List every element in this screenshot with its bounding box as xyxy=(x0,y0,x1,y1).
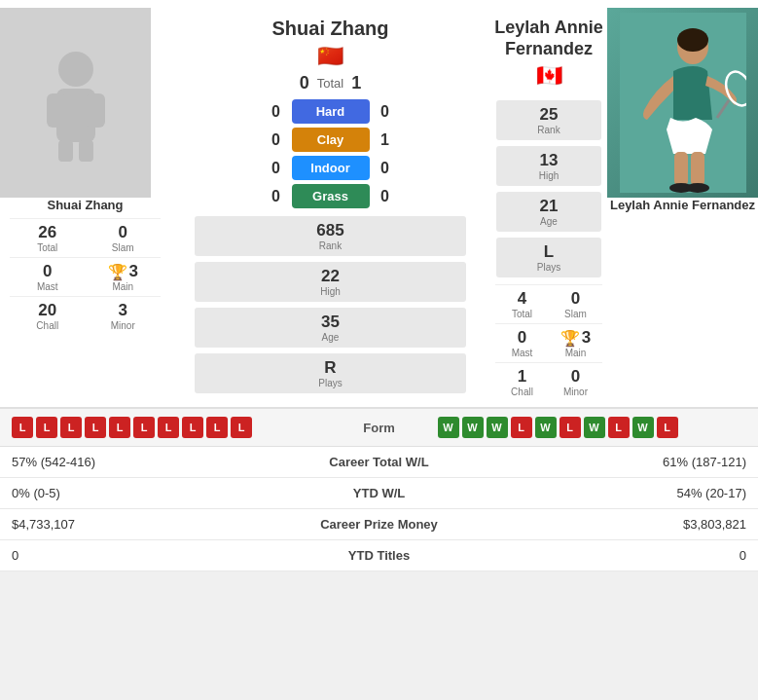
total-score-row: 0 Total 1 xyxy=(300,73,362,93)
player1-stats-grid: 26 Total 0 Slam 0 Mast 🏆 3 Main xyxy=(10,218,161,335)
grass-button[interactable]: Grass xyxy=(292,184,370,208)
p2-form-badge-3: W xyxy=(487,417,508,438)
indoor-row: 0 Indoor 0 xyxy=(170,156,490,180)
main-container: Shuai Zhang 26 Total 0 Slam 0 Mast 🏆 xyxy=(0,0,758,571)
hard-score-p1: 0 xyxy=(267,103,286,121)
player1-minor-label: Minor xyxy=(88,320,160,331)
player1-name-top: Shuai Zhang xyxy=(272,18,389,40)
player1-plays-label: Plays xyxy=(204,378,457,388)
player1-mast-cell: 0 Mast xyxy=(10,257,86,296)
svg-rect-11 xyxy=(674,152,688,186)
player1-flag-row: 🇨🇳 xyxy=(317,44,343,69)
player1-name: Shuai Zhang xyxy=(0,198,170,212)
player1-plays-value: R xyxy=(204,358,457,378)
player2-main-trophy-cell: 🏆 3 Main xyxy=(549,323,602,362)
clay-button[interactable]: Clay xyxy=(292,128,370,152)
hard-button[interactable]: Hard xyxy=(292,99,370,124)
player2-age-box: 21 Age xyxy=(496,192,601,232)
player2-mast-value: 0 xyxy=(518,328,526,348)
ytd-wl-label: YTD W/L xyxy=(304,478,455,509)
player2-photo xyxy=(607,8,758,198)
score-p1: 0 xyxy=(300,73,309,93)
player2-main-value: 3 xyxy=(582,328,591,348)
player1-flag: 🇨🇳 xyxy=(317,44,343,69)
ytd-wl-p2: 54% (20-17) xyxy=(454,478,758,509)
stats-row-0: 57% (542-416) Career Total W/L 61% (187-… xyxy=(0,447,758,478)
player2-flag: 🇨🇦 xyxy=(536,63,562,89)
grass-score-p1: 0 xyxy=(267,188,286,205)
grass-score-p2: 0 xyxy=(376,188,395,205)
player1-slam-value: 0 xyxy=(88,223,160,242)
player2-plays-value: L xyxy=(506,242,592,262)
p2-form-badge-10: L xyxy=(657,417,678,438)
player2-plays-box: L Plays xyxy=(496,238,601,277)
indoor-button[interactable]: Indoor xyxy=(292,156,370,180)
ytd-titles-label: YTD Titles xyxy=(304,540,455,571)
stats-row-2: $4,733,107 Career Prize Money $3,803,821 xyxy=(0,509,758,540)
p2-form-badge-6: L xyxy=(559,417,581,438)
player1-rank-box: 685 Rank xyxy=(195,216,467,256)
trophy-icon-right: 🏆 xyxy=(560,329,580,348)
player2-high-value: 13 xyxy=(506,151,592,170)
svg-rect-3 xyxy=(86,93,105,128)
p1-form-badge-1: L xyxy=(12,417,33,438)
player2-rank-value: 25 xyxy=(506,105,592,125)
player2-plays-label: Plays xyxy=(506,262,592,273)
form-row: L L L L L L L L L L Form W W W L W L W L xyxy=(0,409,758,447)
player2-photo-name: Leylah Annie Fernandez xyxy=(607,198,758,212)
career-wl-p2: 61% (187-121) xyxy=(454,447,758,478)
svg-rect-12 xyxy=(691,152,704,186)
clay-score-p1: 0 xyxy=(267,131,286,149)
player1-column: Shuai Zhang 26 Total 0 Slam 0 Mast 🏆 xyxy=(0,8,170,401)
indoor-score-p2: 0 xyxy=(376,160,395,177)
p1-form-badge-9: L xyxy=(206,417,228,438)
player1-chall-label: Chall xyxy=(12,320,84,331)
p2-form-badge-1: W xyxy=(438,417,459,438)
player1-total-value: 26 xyxy=(12,223,84,242)
player2-age-value: 21 xyxy=(506,197,592,216)
svg-point-8 xyxy=(677,28,708,52)
career-wl-p1: 57% (542-416) xyxy=(0,447,304,478)
svg-rect-2 xyxy=(47,93,66,128)
player2-high-label: High xyxy=(506,170,592,181)
player1-main-label: Main xyxy=(112,281,133,292)
player1-mast-value: 0 xyxy=(43,262,52,281)
stats-row-3: 0 YTD Titles 0 xyxy=(0,540,758,571)
player1-chall-value: 20 xyxy=(12,301,84,320)
p2-form-badge-8: L xyxy=(608,417,630,438)
player1-photo xyxy=(0,8,151,198)
player2-mast-label: Mast xyxy=(512,348,533,358)
player1-high-value: 22 xyxy=(204,267,457,286)
p1-form-badge-5: L xyxy=(109,417,130,438)
player2-rank-box: 25 Rank xyxy=(496,100,601,140)
surface-buttons: 0 Hard 0 0 Clay 1 0 Indoor 0 0 Grass xyxy=(170,99,490,208)
player2-stats-column: Leylah Annie Fernandez 🇨🇦 25 Rank 13 Hig… xyxy=(490,8,607,401)
form-label: Form xyxy=(321,421,438,435)
center-column: Shuai Zhang 🇨🇳 0 Total 1 0 Hard 0 0 Cl xyxy=(170,8,490,401)
svg-rect-5 xyxy=(79,140,93,162)
hard-score-p2: 0 xyxy=(376,103,395,121)
prize-p1: $4,733,107 xyxy=(0,509,304,540)
player1-age-label: Age xyxy=(204,332,457,343)
indoor-score-p1: 0 xyxy=(267,160,286,177)
player1-rank-value: 685 xyxy=(204,221,457,240)
clay-score-p2: 1 xyxy=(376,131,395,149)
player1-form-badges: L L L L L L L L L L xyxy=(12,417,321,438)
player2-total-cell: 4 Total xyxy=(495,284,549,323)
player2-minor-cell: 0 Minor xyxy=(549,362,602,401)
player1-main-value: 3 xyxy=(129,262,138,281)
player1-high-box: 22 High xyxy=(195,262,467,302)
p2-form-badge-9: W xyxy=(632,417,654,438)
score-p2: 1 xyxy=(351,73,361,93)
ytd-wl-p1: 0% (0-5) xyxy=(0,478,304,509)
player2-total-value: 4 xyxy=(497,289,547,309)
svg-point-0 xyxy=(58,52,93,87)
p1-form-badge-2: L xyxy=(36,417,57,438)
player2-name-top: Leylah Annie Fernandez xyxy=(490,18,607,59)
player1-plays-box: R Plays xyxy=(195,353,467,393)
player1-age-value: 35 xyxy=(204,313,457,332)
player2-minor-value: 0 xyxy=(551,367,600,387)
player2-chall-value: 1 xyxy=(497,367,547,387)
p1-form-badge-8: L xyxy=(182,417,203,438)
svg-point-14 xyxy=(686,183,709,193)
